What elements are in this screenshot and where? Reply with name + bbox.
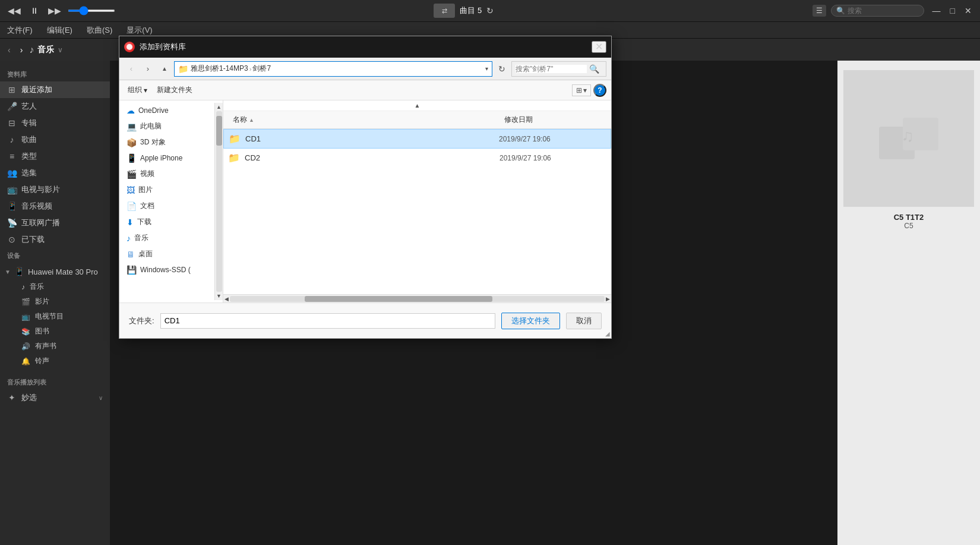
repeat-icon[interactable]: ↻ (486, 6, 494, 15)
desktop-label: 桌面 (138, 249, 153, 259)
list-icon[interactable]: ☰ (813, 5, 826, 17)
prev-button[interactable]: ◀◀ (5, 5, 24, 17)
cd1-folder-icon: 📁 (229, 133, 241, 144)
nav-item-pictures[interactable]: 🖼 图片 (119, 182, 214, 198)
nav-forward-button[interactable]: › (17, 44, 26, 56)
sidebar-label-musicvideo: 音乐视频 (21, 201, 103, 212)
menu-song[interactable]: 歌曲(S) (84, 24, 115, 37)
horiz-scroll-thumb[interactable] (305, 296, 492, 302)
sidebar-item-tv[interactable]: 📺 电视与影片 (0, 181, 110, 198)
view-button[interactable]: ⊞ ▾ (572, 84, 591, 96)
file-list-up-button[interactable]: ▲ (415, 102, 421, 109)
scroll-up-arrow[interactable]: ▲ (216, 104, 222, 110)
refresh-button[interactable]: ↻ (495, 62, 509, 76)
scroll-down-arrow[interactable]: ▼ (216, 293, 222, 299)
window-controls: — □ ✕ (929, 6, 975, 15)
file-row-cd1[interactable]: 📁 CD1 2019/9/27 19:06 (223, 129, 611, 149)
dialog-file-list: ▲ 名称 ▲ 修改日期 📁 CD1 2019/9/27 19:06 (223, 100, 611, 303)
dialog-search-box[interactable]: 🔍 (511, 61, 606, 77)
nav-item-documents[interactable]: 📄 文档 (119, 198, 214, 214)
address-chevron-button[interactable]: ▾ (485, 65, 488, 72)
scroll-track (216, 111, 222, 292)
nav-item-appleiphone[interactable]: 📱 Apple iPhone (119, 150, 214, 166)
help-button[interactable]: ? (593, 84, 606, 97)
folder-input[interactable] (160, 313, 495, 329)
search-input[interactable] (848, 7, 919, 15)
sidebar-item-radio[interactable]: 📡 互联网广播 (0, 215, 110, 231)
col-date-header[interactable]: 修改日期 (500, 115, 606, 125)
sidebar-item-song[interactable]: ♪ 歌曲 (0, 131, 110, 148)
sidebar-item-collection[interactable]: 👥 选集 (0, 165, 110, 181)
nav-item-3dobjects[interactable]: 📦 3D 对象 (119, 134, 214, 150)
sidebar-item-album[interactable]: ⊟ 专辑 (0, 115, 110, 131)
videos-icon: 🎬 (127, 169, 137, 179)
dialog-forward-button[interactable]: › (141, 62, 155, 76)
sidebar-item-musicvideo[interactable]: 📱 音乐视频 (0, 198, 110, 215)
scroll-thumb[interactable] (216, 116, 222, 146)
col-name-header[interactable]: 名称 ▲ (228, 115, 500, 125)
dialog-back-button[interactable]: ‹ (124, 62, 138, 76)
device-sub-movie[interactable]: 🎬 影片 (0, 294, 110, 309)
nav-item-videos[interactable]: 🎬 视频 (119, 166, 214, 182)
device-movie-icon: 🎬 (21, 298, 30, 306)
dialog-search-input[interactable] (516, 65, 587, 73)
dialog-nav-bar: ‹ › ▲ 📁 雅思剑桥1-14MP3 › 剑桥7 ▾ ↻ 🔍 (119, 58, 611, 80)
sidebar-item-genre[interactable]: ≡ 类型 (0, 148, 110, 165)
minimize-button[interactable]: — (929, 6, 944, 15)
nav-item-downloads[interactable]: ⬇ 下载 (119, 214, 214, 230)
nav-item-thispc[interactable]: 💻 此电脑 (119, 118, 214, 134)
file-row-cd2[interactable]: 📁 CD2 2019/9/27 19:06 (223, 149, 611, 167)
sidebar-label-album: 专辑 (21, 118, 103, 128)
select-folder-button[interactable]: 选择文件夹 (501, 313, 560, 329)
sidebar-item-recent[interactable]: ⊞ 最近添加 (0, 81, 110, 98)
3dobjects-icon: 📦 (127, 138, 137, 147)
search-box[interactable]: 🔍 (831, 5, 924, 17)
horiz-scrollbar: ◀ ▶ (223, 294, 611, 303)
horiz-scroll-left[interactable]: ◀ (225, 296, 229, 302)
device-sub-tvshow[interactable]: 📺 电视节目 (0, 309, 110, 324)
device-sub-ringtone[interactable]: 🔔 铃声 (0, 354, 110, 368)
onedrive-label: OneDrive (138, 106, 169, 115)
dialog-close-button[interactable]: ✕ (592, 41, 606, 53)
nav-item-onedrive[interactable]: ☁ OneDrive (119, 103, 214, 118)
menu-file[interactable]: 文件(F) (5, 24, 35, 37)
next-button[interactable]: ▶▶ (45, 5, 64, 17)
device-sub-music[interactable]: ♪ 音乐 (0, 279, 110, 294)
organize-button[interactable]: 组织 ▾ (124, 83, 151, 97)
sidebar-label-collection: 选集 (21, 168, 103, 178)
cd1-name: CD1 (245, 134, 499, 143)
sidebar-label-downloaded: 已下载 (21, 234, 103, 245)
sidebar-device-huawei[interactable]: ▼ 📱 Huawei Mate 30 Pro (0, 264, 110, 279)
sidebar-item-downloaded[interactable]: ⊙ 已下载 (0, 231, 110, 248)
close-button[interactable]: ✕ (961, 6, 975, 15)
nav-back-button[interactable]: ‹ (5, 44, 14, 56)
nav-item-music[interactable]: ♪ 音乐 (119, 230, 214, 246)
view-icon: ⊞ (576, 86, 582, 94)
horiz-scroll-right[interactable]: ▶ (606, 296, 610, 302)
restore-button[interactable]: □ (947, 6, 959, 15)
new-folder-button[interactable]: 新建文件夹 (153, 83, 196, 97)
dialog-search-go[interactable]: 🔍 (589, 64, 599, 74)
menu-view[interactable]: 显示(V) (124, 24, 154, 37)
shuffle-icon[interactable]: ⇄ (434, 4, 455, 18)
device-sub-audiobook[interactable]: 🔊 有声书 (0, 339, 110, 354)
nav-item-ssd[interactable]: 💾 Windows-SSD ( (119, 262, 214, 278)
nav-item-desktop[interactable]: 🖥 桌面 (119, 246, 214, 262)
cd2-date: 2019/9/27 19:06 (500, 154, 606, 162)
volume-slider[interactable] (68, 10, 115, 12)
device-sub-books[interactable]: 📚 图书 (0, 324, 110, 339)
address-bar[interactable]: 📁 雅思剑桥1-14MP3 › 剑桥7 ▾ (174, 61, 492, 77)
pause-button[interactable]: ⏸ (27, 5, 42, 17)
device-tvshow-icon: 📺 (21, 313, 30, 321)
menu-edit[interactable]: 编辑(E) (45, 24, 75, 37)
appleiphone-label: Apple iPhone (140, 154, 182, 162)
file-list-header: 名称 ▲ 修改日期 (223, 111, 611, 129)
dialog-up-button[interactable]: ▲ (157, 62, 172, 76)
cancel-button[interactable]: 取消 (566, 313, 602, 329)
song-icon: ♪ (7, 135, 17, 144)
view-chevron: ▾ (583, 86, 587, 94)
sidebar-item-artist[interactable]: 🎤 艺人 (0, 98, 110, 115)
cd2-name: CD2 (245, 153, 500, 162)
documents-label: 文档 (140, 201, 154, 211)
sidebar-item-genius[interactable]: ✦ 妙选 ∨ (0, 389, 110, 406)
